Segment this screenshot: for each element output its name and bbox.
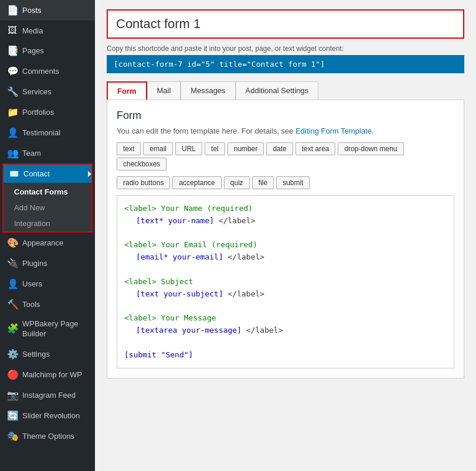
sidebar-item-label: Media [22,26,43,35]
sidebar-item-theme-options[interactable]: 🎭 Theme Options [0,426,95,446]
editing-form-template-link[interactable]: Editing Form Template [295,127,372,135]
code-line-blank4 [124,337,447,349]
description-text: You can edit the form template here. For… [117,127,295,135]
posts-icon: 📄 [7,5,18,16]
contact-icon: ✉️ [9,169,19,178]
sidebar-item-media[interactable]: 🖼 Media [0,21,95,40]
tab-form[interactable]: Form [107,81,147,100]
sidebar-item-tools[interactable]: 🔨 Tools [0,294,95,315]
tab-additional-settings[interactable]: Additional Settings [236,81,319,100]
sidebar-item-label: Slider Revolution [22,411,80,420]
tag-btn-quiz[interactable]: quiz [224,176,250,189]
sidebar-item-label: Users [22,279,42,288]
code-line-9: [submit "Send"] [124,349,447,361]
users-icon: 👤 [7,278,18,289]
sidebar-item-label: Posts [22,6,42,15]
sidebar-item-label: Instagram Feed [22,391,76,400]
sidebar-item-add-new[interactable]: Add New [4,200,91,216]
sidebar-item-integration[interactable]: Integration [4,216,91,231]
testimonial-icon: 👤 [7,127,18,138]
sidebar-item-contact[interactable]: ✉️ Contact [4,165,91,183]
sidebar-item-portfolios[interactable]: 📁 Portfolios [0,102,95,122]
shortcode-hint: Copy this shortcode and paste it into yo… [107,45,464,53]
sidebar-item-users[interactable]: 👤 Users [0,274,95,294]
sidebar-item-label: Appearance [22,238,63,247]
sidebar-item-wpbakery[interactable]: 🧩 WPBakery Page Builder [0,315,95,344]
form-panel-description: You can edit the form template here. For… [117,127,454,135]
tag-btn-radio[interactable]: radio buttons [117,176,170,189]
code-line-3: <label> Your Email (required) [124,239,447,251]
tag-btn-checkboxes[interactable]: checkboxes [117,158,166,170]
sidebar-item-team[interactable]: 👥 Team [0,143,95,163]
sidebar-item-testimonial[interactable]: 👤 Testimonial [0,122,95,143]
form-panel: Form You can edit the form template here… [107,100,464,378]
contact-arrow-icon [88,171,91,177]
sidebar-item-slider[interactable]: 🔄 Slider Revolution [0,405,95,426]
sidebar-item-label: Portfolios [22,108,54,117]
sidebar-item-settings[interactable]: ⚙️ Settings [0,344,95,364]
plugins-icon: 🔌 [7,258,18,269]
sidebar-item-comments[interactable]: 💬 Comments [0,61,95,81]
contact-forms-title: Contact Forms [4,183,91,200]
code-line-5: <label> Subject [124,276,447,288]
tag-btn-file[interactable]: file [252,176,274,189]
comments-icon: 💬 [7,66,18,77]
slider-icon: 🔄 [7,410,18,421]
sidebar-item-label: Comments [22,67,59,76]
sidebar-item-label: Testimonial [22,128,60,137]
tag-btn-number[interactable]: number [227,142,264,155]
sidebar-item-plugins[interactable]: 🔌 Plugins [0,253,95,274]
shortcode-value[interactable]: [contact-form-7 id="5" title="Contact fo… [107,55,464,73]
sidebar-item-posts[interactable]: 📄 Posts [0,0,95,21]
code-line-blank3 [124,300,447,312]
tag-btn-text[interactable]: text [117,142,141,155]
sidebar-item-instagram[interactable]: 📷 Instagram Feed [0,385,95,405]
tag-btn-email[interactable]: email [143,142,173,155]
form-panel-heading: Form [117,110,454,122]
tag-btn-url[interactable]: URL [175,142,202,155]
appearance-icon: 🎨 [7,237,18,248]
services-icon: 🔧 [7,86,18,97]
tag-btn-tel[interactable]: tel [205,142,225,155]
code-editor[interactable]: <label> Your Name (required) [text* your… [117,195,454,368]
sidebar-item-label: Tools [22,300,40,309]
code-line-blank2 [124,264,447,276]
sidebar-item-label: Plugins [22,259,47,268]
main-content: Contact form 1 Copy this shortcode and p… [95,0,476,471]
code-line-8: [textarea your-message] </label> [136,325,447,337]
sidebar-item-services[interactable]: 🔧 Services [0,81,95,102]
tools-icon: 🔨 [7,299,18,310]
code-line-6: [text your-subject] </label> [136,288,447,301]
code-line-blank1 [124,227,447,240]
sidebar-item-mailchimp[interactable]: 🔴 Mailchimp for WP [0,364,95,385]
sidebar-item-label: Services [22,87,52,96]
tag-btn-textarea[interactable]: text area [295,142,336,155]
wpbakery-icon: 🧩 [7,323,18,335]
portfolios-icon: 📁 [7,107,18,118]
code-line-2: [text* your-name] </label> [136,215,447,227]
code-line-4: [email* your-email] </label> [136,251,447,264]
sidebar-item-label: Contact [23,169,50,178]
tab-messages[interactable]: Messages [181,81,235,100]
tag-btn-acceptance[interactable]: acceptance [172,176,221,189]
mailchimp-icon: 🔴 [7,369,18,380]
code-line-7: <label> Your Message [124,312,447,325]
instagram-icon: 📷 [7,390,18,401]
tag-buttons-row2: radio buttons acceptance quiz file submi… [117,176,454,189]
tag-btn-submit[interactable]: submit [276,176,310,189]
contact-submenu: Contact Forms Add New Integration [4,183,91,231]
sidebar-item-label: Pages [22,46,44,55]
pages-icon: 📑 [7,45,18,56]
tab-mail[interactable]: Mail [147,81,181,100]
tag-btn-date[interactable]: date [266,142,293,155]
page-title[interactable]: Contact form 1 [107,9,464,39]
tag-buttons-row: text email URL tel number date text area… [117,142,454,170]
team-icon: 👥 [7,148,18,159]
sidebar-item-label: Mailchimp for WP [22,370,82,379]
contact-section: ✉️ Contact Contact Forms Add New Integra… [2,163,93,233]
sidebar-item-appearance[interactable]: 🎨 Appearance [0,233,95,253]
sidebar-item-pages[interactable]: 📑 Pages [0,40,95,61]
tag-btn-dropdown[interactable]: drop-down menu [338,142,403,155]
code-line-1: <label> Your Name (required) [124,203,447,215]
sidebar-item-label: Team [22,149,41,158]
